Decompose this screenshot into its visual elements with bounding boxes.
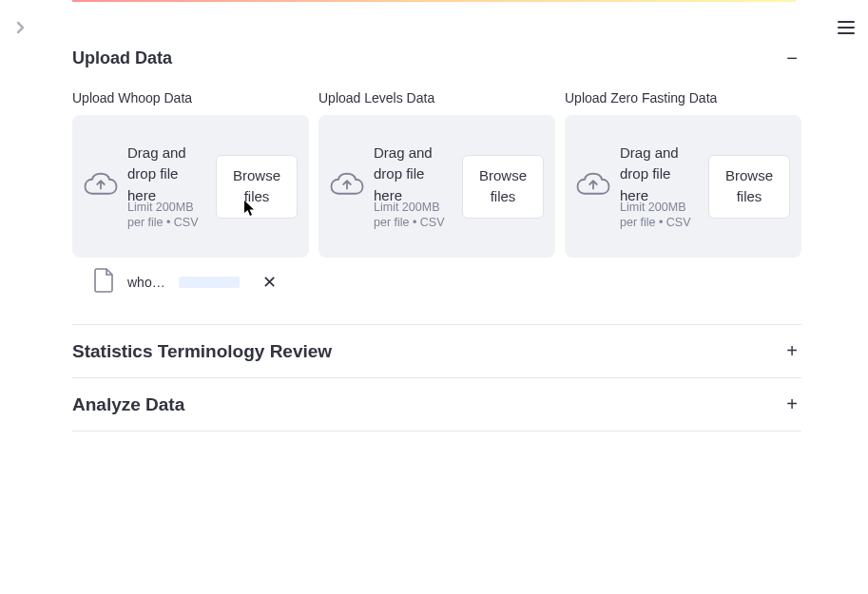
section-analyze: Analyze Data + [72,378,801,431]
drop-limit: Limit 200MB per file • CSV [620,201,699,230]
section-stats: Statistics Terminology Review + [72,325,801,378]
dropzone-levels[interactable]: Drag and drop file here Limit 200MB per … [318,115,555,258]
section-header-analyze[interactable]: Analyze Data + [72,378,801,431]
section-body-upload: Upload Whoop Data Drag and drop file her… [72,85,801,324]
browse-button[interactable]: Browse files [216,155,298,219]
browse-button[interactable]: Browse files [708,155,790,219]
main-container: Upload Data − Upload Whoop Data [0,0,868,431]
drop-limit: Limit 200MB per file • CSV [374,201,453,230]
expand-icon: + [786,340,801,362]
section-header-stats[interactable]: Statistics Terminology Review + [72,325,801,377]
section-title: Analyze Data [72,394,184,415]
uploader-zero: Upload Zero Fasting Data Drag and drop f… [565,90,801,297]
uploader-label: Upload Levels Data [318,90,555,105]
section-upload: Upload Data − Upload Whoop Data [72,32,801,325]
drop-instruction: Drag and drop file here [620,143,699,207]
cloud-upload-icon [576,172,610,201]
cloud-upload-icon [330,172,364,201]
dropzone-whoop[interactable]: Drag and drop file here Limit 200MB per … [72,115,309,258]
drop-instruction: Drag and drop file here [127,143,206,207]
uploader-whoop: Upload Whoop Data Drag and drop file her… [72,90,309,297]
section-title: Statistics Terminology Review [72,341,332,362]
uploaded-file-row: who… ✕ [72,258,309,297]
uploader-label: Upload Zero Fasting Data [565,90,801,105]
collapse-icon: − [786,48,801,69]
section-header-upload[interactable]: Upload Data − [72,32,801,85]
cloud-upload-icon [84,172,118,201]
dropzone-zero[interactable]: Drag and drop file here Limit 200MB per … [565,115,801,258]
file-icon [93,267,114,297]
chevron-right-icon [16,21,26,34]
browse-button[interactable]: Browse files [462,155,544,219]
remove-file-button[interactable]: ✕ [259,268,280,297]
main-menu-button[interactable] [838,21,855,34]
sidebar-expand-button[interactable] [16,21,26,38]
expand-icon: + [786,393,801,415]
drop-limit: Limit 200MB per file • CSV [127,201,206,230]
file-name: who… [127,275,165,290]
top-accent-bar [72,0,796,2]
uploader-levels: Upload Levels Data Drag and drop file he… [318,90,555,297]
file-size-placeholder [179,277,240,288]
section-title: Upload Data [72,48,172,68]
uploader-label: Upload Whoop Data [72,90,309,105]
drop-instruction: Drag and drop file here [374,143,453,207]
